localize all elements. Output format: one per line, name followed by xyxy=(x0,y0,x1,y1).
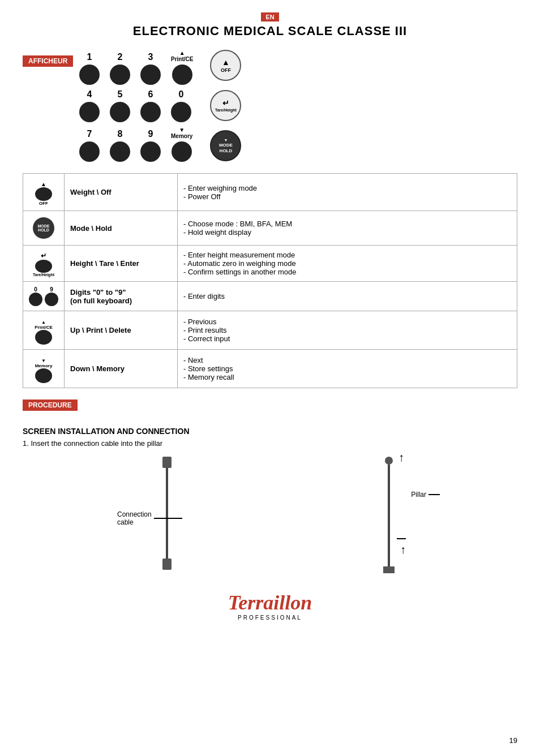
off-icon: ▲ OFF xyxy=(31,181,56,206)
logo-sub: PROFESSIONAL xyxy=(228,615,312,621)
off-button[interactable]: ▲ OFF xyxy=(210,50,241,81)
keypad-area: 1 2 3 ▲Print/CE 4 xyxy=(79,50,517,162)
function-table: ▲ OFF Weight \ Off - Enter weighing mode… xyxy=(23,173,517,388)
function-desc-weight: - Enter weighing mode- Power Off xyxy=(178,174,517,211)
screen-device: Connectioncable xyxy=(162,457,172,570)
page-header: EN ELECTRONIC MEDICAL SCALE CLASSE III xyxy=(23,11,517,38)
table-row-down: ▼Memory Down \ Memory - Next- Store sett… xyxy=(23,350,517,388)
table-row-up: ▲Print/CE Up \ Print \ Delete - Previous… xyxy=(23,311,517,350)
icon-cell-digits: 0 9 xyxy=(23,282,65,311)
function-desc-up: - Previous- Print results- Correct input xyxy=(178,311,517,350)
key-5[interactable]: 5 xyxy=(110,89,130,122)
lang-badge: EN xyxy=(261,12,278,22)
table-row-digits: 0 9 Digits "0" to "9"(on full keyboard) … xyxy=(23,282,517,311)
table-row-mode: MODE HOLD Mode \ Hold - Choose mode : BM… xyxy=(23,211,517,246)
function-name-up: Up \ Print \ Delete xyxy=(65,311,178,350)
icon-cell-tare: ↵ Tare/Height xyxy=(23,246,65,282)
afficheur-section: AFFICHEUR 1 2 3 ▲Print/CE xyxy=(23,50,517,162)
page-title: ELECTRONIC MEDICAL SCALE CLASSE III xyxy=(23,24,517,38)
connection-cable-label: Connectioncable xyxy=(117,510,152,526)
function-name-weight: Weight \ Off xyxy=(65,174,178,211)
logo-area: Terraillon PROFESSIONAL xyxy=(228,591,312,621)
function-desc-digits: - Enter digits xyxy=(178,282,517,311)
icon-cell-up: ▲Print/CE xyxy=(23,311,65,350)
key-memory[interactable]: ▼Memory xyxy=(171,127,192,162)
key-8[interactable]: 8 xyxy=(110,129,130,162)
icon-cell-mode: MODE HOLD xyxy=(23,211,65,246)
digits-icon: 0 9 xyxy=(29,286,58,306)
key-9[interactable]: 9 xyxy=(140,129,161,162)
pillar: ↑ ↑ Pillar xyxy=(383,457,395,573)
function-name-down: Down \ Memory xyxy=(65,350,178,388)
tare-button[interactable]: ↵ Tare/Height xyxy=(210,90,241,121)
key-0[interactable]: 0 xyxy=(171,89,191,122)
tare-icon: ↵ Tare/Height xyxy=(31,252,56,277)
procedure-step1: 1. Insert the connection cable into the … xyxy=(23,439,517,448)
afficheur-label: AFFICHEUR xyxy=(23,55,73,67)
procedure-section: PROCEDURE SCREEN INSTALLATION AND CONNEC… xyxy=(23,400,517,621)
keypad-row-2: 4 5 6 0 xyxy=(79,89,193,122)
function-desc-down: - Next- Store settings- Memory recall xyxy=(178,350,517,388)
afficheur-label-container: AFFICHEUR xyxy=(23,50,79,72)
key-7[interactable]: 7 xyxy=(79,129,100,162)
connection-diagram: Connectioncable ↑ ↑ Pillar xyxy=(100,457,440,621)
procedure-label: PROCEDURE xyxy=(23,400,78,411)
key-4[interactable]: 4 xyxy=(79,89,100,122)
key-3[interactable]: 3 xyxy=(140,52,161,85)
function-name-digits: Digits "0" to "9"(on full keyboard) xyxy=(65,282,178,311)
table-row-weight: ▲ OFF Weight \ Off - Enter weighing mode… xyxy=(23,174,517,211)
mode-icon: MODE HOLD xyxy=(31,216,56,240)
pillar-label: Pillar xyxy=(411,491,426,499)
function-desc-mode: - Choose mode : BMI, BFA, MEM- Hold weig… xyxy=(178,211,517,246)
keypad-row-1: 1 2 3 ▲Print/CE xyxy=(79,50,193,85)
function-desc-height: - Enter height measurement mode- Automat… xyxy=(178,246,517,282)
page-number: 19 xyxy=(509,736,517,745)
logo-name: Terraillon xyxy=(228,591,312,615)
icon-cell-off: ▲ OFF xyxy=(23,174,65,211)
side-buttons: ▲ OFF ↵ Tare/Height ▼ MODE HOLD xyxy=(210,50,241,161)
key-printce[interactable]: ▲Print/CE xyxy=(171,50,193,85)
keypad-row-3: 7 8 9 ▼Memory xyxy=(79,127,193,162)
icon-cell-down: ▼Memory xyxy=(23,350,65,388)
function-name-mode: Mode \ Hold xyxy=(65,211,178,246)
function-name-height: Height \ Tare \ Enter xyxy=(65,246,178,282)
procedure-subtitle: SCREEN INSTALLATION AND CONNECTION xyxy=(23,427,517,436)
mode-button[interactable]: ▼ MODE HOLD xyxy=(210,130,241,161)
down-icon: ▼Memory xyxy=(31,358,56,383)
key-2[interactable]: 2 xyxy=(110,52,130,85)
table-row-height: ↵ Tare/Height Height \ Tare \ Enter - En… xyxy=(23,246,517,282)
key-6[interactable]: 6 xyxy=(140,89,161,122)
key-1[interactable]: 1 xyxy=(79,52,100,85)
up-icon: ▲Print/CE xyxy=(31,320,56,345)
keypad-grid: 1 2 3 ▲Print/CE 4 xyxy=(79,50,193,162)
